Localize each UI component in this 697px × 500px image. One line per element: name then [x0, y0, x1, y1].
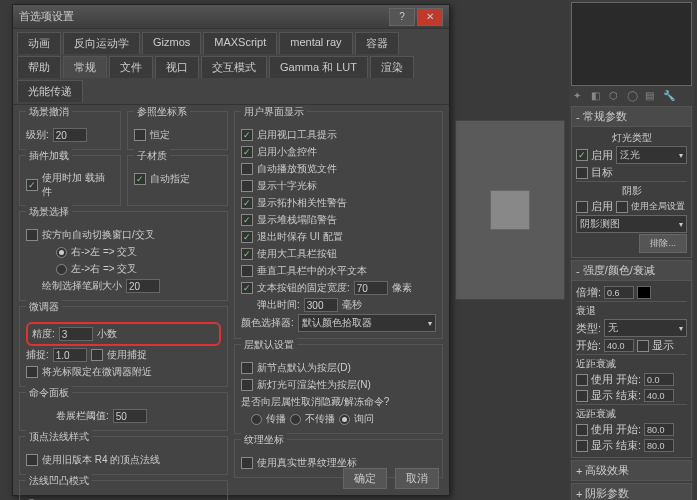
titlebar[interactable]: 首选项设置 ? ✕ — [13, 5, 449, 29]
nsh-chk[interactable] — [576, 390, 588, 402]
btnw-spin[interactable]: 70 — [354, 281, 388, 295]
hierarchy-icon[interactable]: ⬡ — [609, 90, 621, 102]
load-plugin-chk[interactable] — [26, 179, 38, 191]
light-type-sel[interactable]: 泛光 — [616, 146, 687, 164]
help-button[interactable]: ? — [389, 8, 415, 26]
roll-general[interactable]: -常规参数 — [571, 106, 692, 127]
auto-assign-chk[interactable] — [134, 173, 146, 185]
tab-ik[interactable]: 反向运动学 — [63, 32, 140, 54]
sh-on-chk[interactable] — [576, 201, 588, 213]
l2-chk[interactable] — [241, 379, 253, 391]
tab-mentalray[interactable]: mental ray — [279, 32, 352, 54]
dshow-chk[interactable] — [637, 340, 649, 352]
ui6-chk[interactable] — [241, 214, 253, 226]
tab-radiosity[interactable]: 光能传递 — [17, 80, 83, 102]
nuse-chk[interactable] — [576, 374, 588, 386]
ui4-chk[interactable] — [241, 180, 253, 192]
ok-button[interactable]: 确定 — [343, 468, 387, 489]
tab-gamma[interactable]: Gamma 和 LUT — [269, 56, 368, 78]
ask-radio[interactable] — [339, 414, 350, 425]
cancel-button[interactable]: 取消 — [395, 468, 439, 489]
l3-label: 是否向层属性取消隐藏/解冻命令? — [241, 395, 389, 409]
create-icon[interactable]: ✦ — [573, 90, 585, 102]
modify-icon[interactable]: ◧ — [591, 90, 603, 102]
motion-icon[interactable]: ◯ — [627, 90, 639, 102]
ui5-chk[interactable] — [241, 197, 253, 209]
fly-spin[interactable]: 300 — [304, 298, 338, 312]
autoswitch-chk[interactable] — [26, 229, 38, 241]
decay-sel[interactable]: 无 — [604, 319, 687, 337]
brush-spin[interactable]: 20 — [126, 279, 160, 293]
lock-chk[interactable] — [26, 366, 38, 378]
roll-intensity[interactable]: -强度/颜色/衰减 — [571, 260, 692, 281]
g-nm: 法线凹凸模式 — [26, 474, 92, 488]
display-icon[interactable]: ▤ — [645, 90, 657, 102]
ui8-chk[interactable] — [241, 248, 253, 260]
noprop-radio[interactable] — [290, 414, 301, 425]
fly-label: 弹出时间: — [257, 298, 300, 312]
fend-spin[interactable]: 80.0 — [644, 439, 674, 452]
tab-interact[interactable]: 交互模式 — [201, 56, 267, 78]
roll-shparam[interactable]: +阴影参数 — [571, 483, 692, 500]
prop-radio[interactable] — [251, 414, 262, 425]
constant-chk[interactable] — [134, 129, 146, 141]
fuse-chk[interactable] — [576, 424, 588, 436]
nst-spin[interactable]: 0.0 — [644, 373, 674, 386]
l1-chk[interactable] — [241, 362, 253, 374]
tab-anim[interactable]: 动画 — [17, 32, 61, 54]
fend-label: 结束: — [616, 438, 641, 453]
roll-intensity-label: 强度/颜色/衰减 — [583, 263, 655, 278]
snap-spin[interactable]: 1.0 — [53, 348, 87, 362]
tab-maxscript[interactable]: MAXScript — [203, 32, 277, 54]
ui3-chk[interactable] — [241, 163, 253, 175]
rl-radio[interactable] — [56, 247, 67, 258]
shadow-head: 阴影 — [576, 181, 687, 198]
ui7-chk[interactable] — [241, 231, 253, 243]
lr-radio[interactable] — [56, 264, 67, 275]
ui2-chk[interactable] — [241, 146, 253, 158]
nend-spin[interactable]: 40.0 — [644, 389, 674, 402]
fst-spin[interactable]: 80.0 — [644, 423, 674, 436]
roll-advfx[interactable]: +高级效果 — [571, 460, 692, 481]
roll-advfx-label: 高级效果 — [585, 463, 629, 478]
colorpicker-select[interactable]: 默认颜色拾取器 — [298, 314, 436, 332]
lr-label: 左->右 => 交叉 — [71, 262, 137, 276]
glob-chk[interactable] — [616, 201, 628, 213]
ui4-label: 显示十字光标 — [257, 179, 317, 193]
ui9-chk[interactable] — [241, 265, 253, 277]
dtype-label: 类型: — [576, 321, 601, 336]
brush-label: 绘制选择笔刷大小 — [42, 279, 122, 293]
g-cmd: 命令面板 — [26, 386, 72, 400]
tab-general[interactable]: 常规 — [63, 56, 107, 78]
shmap-sel[interactable]: 阴影测图 — [576, 215, 687, 233]
ui1-chk[interactable] — [241, 129, 253, 141]
rw-chk[interactable] — [241, 457, 253, 469]
fsh-chk[interactable] — [576, 440, 588, 452]
ui8-label: 使用大工具栏按钮 — [257, 247, 337, 261]
prec-spin[interactable]: 3 — [59, 327, 93, 341]
usesnap-chk[interactable] — [91, 349, 103, 361]
color-swatch[interactable] — [637, 286, 651, 299]
tab-viewport[interactable]: 视口 — [155, 56, 199, 78]
tab-containers[interactable]: 容器 — [355, 32, 399, 54]
tab-files[interactable]: 文件 — [109, 56, 153, 78]
ui10-chk[interactable] — [241, 282, 253, 294]
light-on-label: 启用 — [591, 148, 613, 163]
targ-chk[interactable] — [576, 167, 588, 179]
light-on-chk[interactable] — [576, 149, 588, 161]
tab-render[interactable]: 渲染 — [370, 56, 414, 78]
mult-spin[interactable]: 0.6 — [604, 286, 634, 299]
r4-chk[interactable] — [26, 454, 38, 466]
utility-icon[interactable]: 🔧 — [663, 90, 675, 102]
viewport[interactable] — [455, 120, 565, 300]
excl-btn[interactable]: 排除... — [639, 234, 687, 253]
ui6-label: 显示堆栈塌陷警告 — [257, 213, 337, 227]
dstart-spin[interactable]: 40.0 — [604, 339, 634, 352]
thresh-spin[interactable]: 50 — [113, 409, 147, 423]
undo-levels-spin[interactable]: 20 — [53, 128, 87, 142]
tab-gizmos[interactable]: Gizmos — [142, 32, 201, 54]
g-refcoord: 参照坐标系 — [134, 105, 190, 119]
close-button[interactable]: ✕ — [417, 8, 443, 26]
tab-help[interactable]: 帮助 — [17, 56, 61, 78]
window-title: 首选项设置 — [19, 9, 387, 24]
